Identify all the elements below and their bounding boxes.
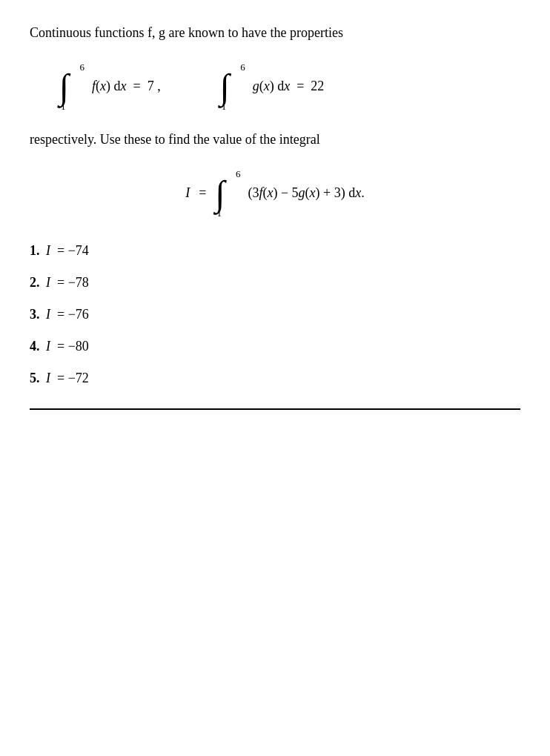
list-item: 1. I = −74 (30, 243, 520, 259)
followup-text: respectively. Use these to find the valu… (30, 129, 520, 150)
bottom-divider (30, 408, 520, 410)
list-item: 4. I = −80 (30, 339, 520, 354)
list-item: 5. I = −72 (30, 371, 520, 386)
integral1-body: f(x) dx = 7 , (92, 79, 161, 94)
problem-intro: Continuous functions f, g are known to h… (30, 22, 520, 44)
integrals-row: ∫ 6 1 f(x) dx = 7 , ∫ 6 1 g(x) dx = 22 (59, 66, 520, 107)
list-item: 2. I = −78 (30, 275, 520, 291)
main-integral: I = ∫ 6 1 (3f(x) − 5g(x) + 3) dx. (30, 173, 520, 213)
integral2: ∫ 6 1 g(x) dx = 22 (220, 66, 325, 107)
I-label: I (185, 185, 190, 201)
integral2-symbol: ∫ 6 1 (220, 66, 242, 107)
integral1-symbol: ∫ 6 1 (59, 66, 82, 107)
main-integral-body: (3f(x) − 5g(x) + 3) dx. (248, 185, 364, 201)
integral2-body: g(x) dx = 22 (253, 79, 325, 94)
integral1: ∫ 6 1 f(x) dx = 7 , (59, 66, 161, 107)
main-integral-symbol: ∫ 6 1 (215, 173, 237, 213)
options-list: 1. I = −74 2. I = −78 3. I = −76 4. I = … (30, 243, 520, 386)
list-item: 3. I = −76 (30, 307, 520, 322)
